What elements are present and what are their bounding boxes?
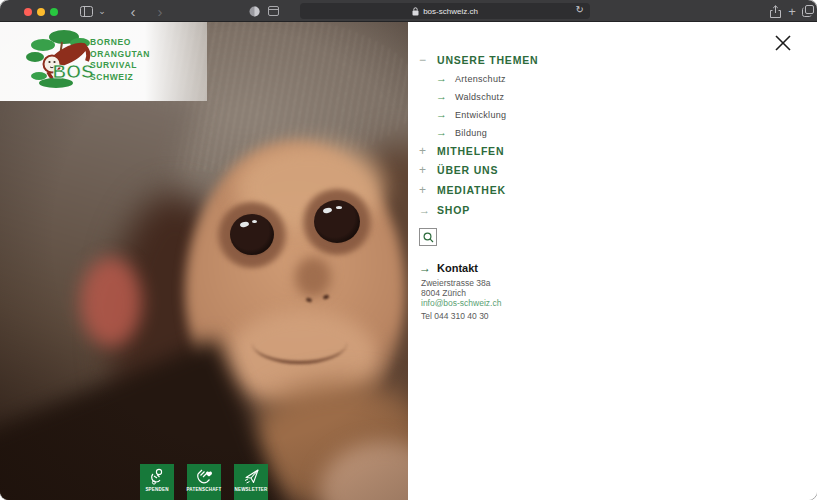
extension-icon[interactable] (266, 0, 280, 22)
contact-link[interactable]: → Kontakt (419, 261, 478, 275)
contact-title: Kontakt (437, 262, 478, 274)
submenu-item-artenschutz[interactable]: → Artenschutz (436, 72, 506, 85)
plus-icon: + (419, 164, 437, 176)
arrow-right-icon: → (436, 73, 455, 84)
browser-toolbar: ⌄ ‹ › bos-schweiz.ch ↻ + (0, 0, 817, 22)
logo-line: SCHWEIZ (90, 73, 150, 82)
menu-item-label: MEDIATHEK (437, 184, 506, 196)
paper-plane-icon (243, 468, 260, 485)
submenu-item-bildung[interactable]: → Bildung (436, 126, 487, 139)
menu-overlay-panel: − UNSERE THEMEN → Artenschutz → Waldschu… (408, 22, 817, 500)
site-logo[interactable]: BOS BORNEO ORANGUTAN SURVIVAL SCHWEIZ (0, 22, 207, 101)
spenden-button[interactable]: SPENDEN (140, 464, 174, 500)
menu-item-mithelfen[interactable]: + MITHELFEN (419, 144, 504, 158)
patenschaft-button[interactable]: PATENSCHAFT (187, 464, 221, 500)
contact-address-block: Zweierstrasse 38a 8004 Zürich info@bos-s… (421, 278, 501, 321)
hand-coin-icon (149, 468, 166, 485)
arrow-right-icon: → (436, 127, 455, 138)
menu-item-shop[interactable]: → SHOP (419, 203, 470, 217)
hand-heart-icon (196, 468, 213, 485)
submenu-item-label: Entwicklung (455, 110, 506, 120)
arrow-right-icon: → (436, 91, 455, 102)
phone-number: Tel 044 310 40 30 (421, 311, 501, 321)
address-line: 8004 Zürich (421, 288, 501, 298)
submenu-item-label: Bildung (455, 128, 487, 138)
menu-item-ueber-uns[interactable]: + ÜBER UNS (419, 163, 498, 177)
close-icon[interactable] (773, 33, 793, 53)
reload-icon[interactable]: ↻ (576, 4, 584, 15)
plus-icon: + (419, 145, 437, 157)
address-line: Zweierstrasse 38a (421, 278, 501, 288)
share-icon[interactable] (768, 0, 782, 22)
action-button-label: PATENSCHAFT (186, 487, 221, 492)
back-icon[interactable]: ‹ (126, 0, 140, 22)
close-window-button[interactable] (24, 8, 32, 16)
menu-item-label: UNSERE THEMEN (437, 54, 538, 66)
menu-item-mediathek[interactable]: + MEDIATHEK (419, 183, 506, 197)
menu-item-label: SHOP (437, 204, 470, 216)
privacy-icon[interactable] (247, 0, 261, 22)
url-text: bos-schweiz.ch (423, 7, 478, 16)
menu-item-unsere-themen[interactable]: − UNSERE THEMEN (419, 53, 538, 67)
svg-text:BOS: BOS (52, 61, 93, 82)
newsletter-button[interactable]: NEWSLETTER (234, 464, 268, 500)
menu-item-label: ÜBER UNS (437, 164, 498, 176)
logo-wordmark: BORNEO ORANGUTAN SURVIVAL SCHWEIZ (90, 38, 150, 81)
submenu-item-waldschutz[interactable]: → Waldschutz (436, 90, 504, 103)
arrow-right-icon: → (419, 262, 437, 274)
action-button-label: SPENDEN (145, 487, 168, 492)
menu-item-label: MITHELFEN (437, 145, 504, 157)
arrow-right-icon: → (419, 204, 437, 216)
logo-line: ORANGUTAN (90, 50, 150, 59)
submenu-item-entwicklung[interactable]: → Entwicklung (436, 108, 506, 121)
submenu-item-label: Waldschutz (455, 92, 504, 102)
minus-icon: − (419, 54, 437, 66)
action-button-label: NEWSLETTER (235, 487, 268, 492)
arrow-right-icon: → (436, 109, 455, 120)
plus-icon: + (419, 184, 437, 196)
email-link[interactable]: info@bos-schweiz.ch (421, 298, 501, 308)
bos-logo-icon: BOS (26, 26, 96, 96)
tab-overview-icon[interactable] (800, 0, 816, 22)
sidebar-icon[interactable] (78, 0, 94, 22)
address-bar[interactable]: bos-schweiz.ch ↻ (300, 3, 590, 19)
lock-icon (412, 7, 419, 16)
action-button-bar: SPENDEN PATENSCHAFT NEWSLETTER (140, 464, 268, 500)
submenu-item-label: Artenschutz (455, 74, 506, 84)
search-icon (423, 232, 434, 243)
minimize-window-button[interactable] (37, 8, 45, 16)
forward-icon[interactable]: › (153, 0, 167, 22)
logo-line: SURVIVAL (90, 61, 150, 70)
zoom-window-button[interactable] (50, 8, 58, 16)
browser-window: ⌄ ‹ › bos-schweiz.ch ↻ + (0, 0, 817, 500)
new-tab-icon[interactable]: + (785, 0, 799, 22)
sidebar-chevron-icon[interactable]: ⌄ (97, 0, 107, 22)
logo-line: BORNEO (90, 38, 150, 47)
search-button[interactable] (419, 228, 437, 246)
